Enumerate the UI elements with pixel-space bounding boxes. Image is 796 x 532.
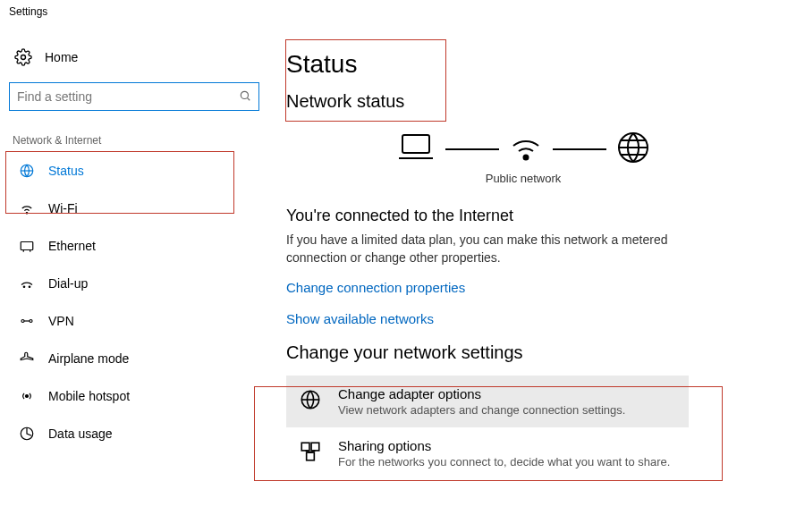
section-title: Network status	[286, 91, 760, 112]
nav-home-label: Home	[45, 50, 78, 64]
nav-item-hotspot[interactable]: Mobile hotspot	[9, 377, 259, 415]
window-title: Settings	[0, 0, 796, 23]
svg-point-5	[26, 213, 28, 215]
nav-item-wifi[interactable]: Wi-Fi	[9, 190, 259, 227]
sharing-icon	[299, 438, 322, 463]
page-title: Status	[286, 50, 760, 79]
wifi-icon	[18, 200, 36, 216]
diagram-line	[553, 148, 606, 150]
svg-point-14	[26, 395, 29, 398]
gear-icon	[14, 48, 32, 66]
nav-item-label: Status	[48, 164, 84, 178]
adapter-icon	[299, 386, 322, 411]
nav-item-status[interactable]: Status	[9, 152, 259, 190]
nav-item-label: Wi-Fi	[48, 201, 78, 215]
nav-item-label: VPN	[48, 314, 74, 328]
nav-item-label: Ethernet	[48, 239, 96, 253]
nav-item-vpn[interactable]: VPN	[9, 302, 259, 340]
svg-point-12	[30, 320, 32, 323]
change-heading: Change your network settings	[286, 342, 760, 363]
link-show-networks[interactable]: Show available networks	[286, 311, 760, 326]
search-icon	[239, 89, 251, 105]
network-diagram	[286, 130, 760, 168]
svg-rect-23	[301, 443, 309, 451]
diagram-line	[445, 148, 499, 150]
svg-point-18	[524, 156, 529, 160]
tile-sub: For the networks you connect to, decide …	[338, 455, 670, 469]
svg-rect-24	[311, 443, 319, 451]
ethernet-icon	[18, 238, 36, 254]
category-label: Network & Internet	[9, 131, 259, 152]
globe-large-icon	[615, 130, 651, 168]
vpn-icon	[18, 313, 36, 329]
nav-item-label: Mobile hotspot	[48, 389, 130, 403]
diagram-label: Public network	[286, 172, 760, 185]
svg-point-9	[23, 286, 25, 288]
svg-rect-25	[307, 452, 315, 460]
nav-item-dialup[interactable]: Dial-up	[9, 265, 259, 302]
globe-icon	[18, 163, 36, 179]
tile-title: Sharing options	[338, 438, 670, 453]
laptop-icon	[395, 130, 436, 168]
search-input[interactable]	[17, 89, 239, 104]
data-usage-icon	[18, 426, 36, 442]
nav-item-label: Airplane mode	[48, 351, 129, 366]
nav-item-label: Data usage	[48, 426, 113, 441]
status-desc: If you have a limited data plan, you can…	[286, 231, 671, 267]
tile-title: Change adapter options	[338, 386, 625, 401]
nav-item-datausage[interactable]: Data usage	[9, 415, 259, 452]
tile-adapter-options[interactable]: Change adapter options View network adap…	[286, 376, 689, 427]
main-panel: Status Network status	[268, 23, 796, 479]
sidebar: Home Network & Internet Status	[0, 23, 268, 479]
svg-rect-6	[21, 242, 33, 250]
tile-sharing-options[interactable]: Sharing options For the networks you con…	[286, 427, 689, 479]
search-input-container[interactable]	[9, 82, 259, 111]
wifi-large-icon	[508, 130, 544, 168]
nav-item-label: Dial-up	[48, 276, 88, 291]
status-heading: You're connected to the Internet	[286, 207, 760, 225]
svg-point-11	[21, 320, 24, 323]
svg-point-1	[241, 91, 248, 98]
nav-home[interactable]: Home	[9, 43, 259, 72]
svg-rect-16	[402, 135, 429, 153]
link-change-props[interactable]: Change connection properties	[286, 280, 760, 295]
svg-line-2	[247, 97, 250, 100]
nav-item-ethernet[interactable]: Ethernet	[9, 227, 259, 265]
dialup-icon	[18, 275, 36, 291]
nav-item-airplane[interactable]: Airplane mode	[9, 340, 259, 377]
svg-point-10	[29, 286, 30, 288]
hotspot-icon	[18, 388, 36, 404]
tile-sub: View network adapters and change connect…	[338, 403, 625, 417]
airplane-icon	[18, 350, 36, 367]
svg-point-0	[21, 55, 26, 60]
